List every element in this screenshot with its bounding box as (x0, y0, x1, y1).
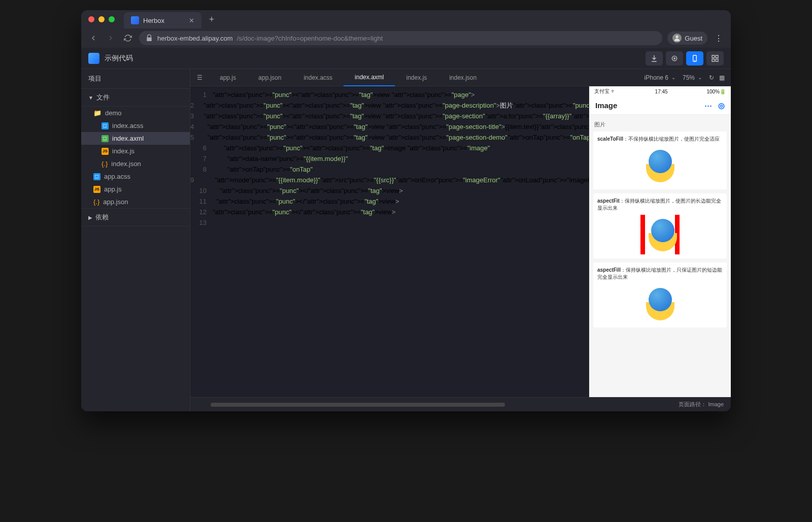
card-title: scaleToFill：不保持纵横比缩放图片，使图片完全适应 (597, 136, 723, 143)
chevron-down-icon: ▼ (88, 95, 93, 101)
mascot-icon (642, 148, 678, 183)
tab-app-json[interactable]: app.json (247, 69, 292, 86)
chevron-down-icon: ⌄ (698, 75, 702, 80)
zoom-selector[interactable]: 75%⌄ (683, 74, 702, 81)
qr-button[interactable] (666, 51, 683, 66)
preview-card: scaleToFill：不保持纵横比缩放图片，使图片完全适应 (593, 132, 727, 189)
code-and-preview: 1"attr">class"punc">="punc"><"attr">clas… (190, 86, 731, 397)
profile-label: Guest (685, 35, 702, 42)
tree-item-label: index.acss (112, 122, 143, 129)
browser-window: Herbox ✕ + herbox-embed.alipay.com/s/doc… (81, 10, 731, 411)
app-title: 示例代码 (105, 54, 646, 63)
sidebar: 项目 ▼ 文件 📁 demo ⬚ index.acss ⬚ index.axml… (81, 69, 190, 411)
mascot-icon (645, 217, 674, 252)
tree-section-files[interactable]: ▼ 文件 (81, 89, 190, 107)
titlebar: Herbox ✕ + (81, 10, 731, 28)
tree-item-label: index.json (111, 160, 141, 168)
tree-file-index-json[interactable]: {.} index.json (81, 157, 190, 170)
tree-file-app-json[interactable]: {.} app.json (81, 195, 190, 208)
phone-preview: 支付宝 ᯤ 17:45 100%🔋 Image ⋯ ◎ 图片 (589, 86, 731, 397)
minimize-window-icon[interactable] (98, 16, 105, 22)
code-line[interactable]: 1"attr">class"punc">="punc"><"attr">clas… (190, 89, 589, 100)
preview-card: aspectFill：保持纵横比缩放图片，只保证图片的短边能完全显示出来 (593, 263, 727, 328)
new-tab-button[interactable]: + (205, 12, 219, 26)
avatar-icon (672, 34, 682, 43)
code-line[interactable]: 3 "attr">class"punc">="punc"><"attr">cla… (190, 111, 589, 121)
svg-rect-5 (716, 55, 718, 58)
browser-menu-button[interactable]: ⋮ (713, 31, 725, 45)
code-line[interactable]: 7 "attr">data-name"punc">="{{item.mode}}… (190, 153, 589, 164)
tree-item-label: index.axml (112, 135, 144, 142)
url-bar: herbox-embed.alipay.com/s/doc-image?chIn… (81, 28, 731, 48)
tree-file-index-acss[interactable]: ⬚ index.acss (81, 119, 190, 132)
code-line[interactable]: 10 "attr">class"punc">="punc"></"attr">c… (190, 185, 589, 196)
chevron-down-icon: ⌄ (671, 75, 675, 80)
device-selector[interactable]: iPhone 6⌄ (645, 74, 675, 81)
app-toolbar: 示例代码 (81, 48, 731, 69)
tree-section-deps[interactable]: ▶ 依赖 (81, 208, 190, 226)
tab-title: Herbox (143, 17, 164, 24)
section-label: 图片 (593, 119, 727, 132)
mascot-icon (642, 286, 678, 321)
url-path: /s/doc-image?chInfo=openhome-doc&theme=l… (237, 35, 383, 42)
tab-index-js[interactable]: index.js (395, 69, 438, 86)
code-line[interactable]: 4 "attr">class"punc">="punc"><"attr">cla… (190, 121, 589, 132)
tree-file-app-acss[interactable]: ⬚ app.acss (81, 170, 190, 183)
code-line[interactable]: 12"attr">class"punc">="punc"></"attr">cl… (190, 207, 589, 217)
preview-card: aspectFit：保持纵横比缩放图片，使图片的长边能完全显示出来 (593, 193, 727, 258)
reload-button[interactable] (122, 32, 134, 44)
battery-label: 100%🔋 (706, 89, 726, 94)
code-line[interactable]: 11 "attr">class"punc">="punc"></"attr">c… (190, 196, 589, 207)
tree-section-label: 依赖 (95, 213, 109, 222)
code-line[interactable]: 13 (190, 217, 589, 228)
card-title: aspectFit：保持纵横比缩放图片，使图片的长边能完全显示出来 (597, 198, 723, 212)
tab-index-acss[interactable]: index.acss (292, 69, 344, 86)
address-bar[interactable]: herbox-embed.alipay.com/s/doc-image?chIn… (139, 31, 662, 45)
status-bar: 页面路径： Image (190, 397, 731, 411)
close-tab-icon[interactable]: ✕ (189, 17, 194, 24)
tree-folder-demo[interactable]: 📁 demo (81, 107, 190, 119)
maximize-window-icon[interactable] (109, 16, 115, 22)
svg-rect-7 (716, 59, 718, 61)
editor-area: ☰ app.js app.json index.acss index.axml … (190, 69, 731, 411)
horizontal-scrollbar[interactable] (211, 403, 505, 407)
code-line[interactable]: 8 "attr">onTap"punc">="onTap" (190, 164, 589, 175)
target-icon[interactable]: ◎ (718, 101, 725, 110)
tab-app-js[interactable]: app.js (209, 69, 247, 86)
page-path-info: 页面路径： Image (679, 401, 731, 408)
css-file-icon: ⬚ (93, 173, 100, 180)
grid-button[interactable] (706, 51, 724, 66)
tab-index-axml[interactable]: index.axml (344, 69, 395, 86)
tree-item-label: index.js (112, 147, 134, 155)
code-line[interactable]: 2 "attr">class"punc">="punc"><"attr">cla… (190, 100, 589, 111)
code-line[interactable]: 9 "attr">mode"punc">="{{item.mode}}" "at… (190, 175, 589, 185)
svg-point-0 (676, 36, 679, 38)
herbox-favicon-icon (131, 16, 139, 24)
phone-body[interactable]: 图片 scaleToFill：不保持纵横比缩放图片，使图片完全适应 aspect… (589, 115, 731, 397)
code-line[interactable]: 6 "attr">class"punc">="punc"><"attr">cla… (190, 143, 589, 153)
tree-item-label: app.js (104, 185, 122, 193)
tab-index-json[interactable]: index.json (438, 69, 488, 86)
image-demo (640, 215, 680, 254)
menu-icon[interactable]: ☰ (190, 74, 209, 81)
layout-button[interactable]: ▦ (719, 74, 725, 81)
svg-point-1 (672, 56, 676, 60)
folder-icon: 📁 (93, 109, 101, 117)
close-window-icon[interactable] (88, 16, 94, 22)
tree-file-index-axml[interactable]: ⬚ index.axml (81, 132, 190, 145)
tree-file-index-js[interactable]: JS index.js (81, 145, 190, 157)
forward-button[interactable] (105, 32, 117, 44)
code-line[interactable]: 5 "attr">class"punc">="punc"><"attr">cla… (190, 132, 589, 143)
chevron-right-icon: ▶ (88, 215, 92, 220)
refresh-preview-button[interactable]: ↻ (709, 74, 714, 81)
browser-tab[interactable]: Herbox ✕ (124, 12, 201, 28)
back-button[interactable] (87, 32, 99, 44)
more-icon[interactable]: ⋯ (704, 101, 712, 110)
tree-file-app-js[interactable]: JS app.js (81, 183, 190, 195)
profile-button[interactable]: Guest (667, 31, 707, 45)
code-editor[interactable]: 1"attr">class"punc">="punc"><"attr">clas… (190, 86, 589, 397)
axml-file-icon: ⬚ (101, 135, 109, 142)
download-button[interactable] (646, 51, 663, 66)
window-controls (88, 16, 115, 22)
phone-preview-button[interactable] (686, 51, 703, 66)
